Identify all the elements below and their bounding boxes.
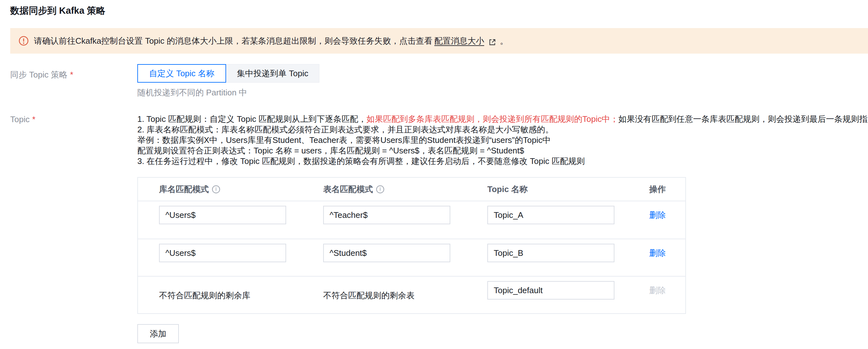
topic-name-input[interactable] (487, 281, 614, 300)
header-action-text: 操作 (649, 184, 666, 195)
page-title: 数据同步到 Kafka 策略 (0, 0, 868, 16)
topic-label-text: Topic (10, 114, 30, 124)
sync-topic-policy-content: 自定义 Topic 名称 集中投递到单 Topic 随机投递到不同的 Parti… (137, 64, 319, 97)
instruction-1-red: 如果匹配到多条库表匹配规则，则会投递到所有匹配规则的Topic中； (367, 114, 619, 124)
delete-link-disabled: 删除 (649, 285, 666, 296)
sync-topic-policy-label-text: 同步 Topic 策略 (10, 70, 67, 79)
external-link-icon[interactable] (488, 38, 497, 46)
header-db-pattern: 库名匹配模式 i (159, 184, 323, 195)
table-pattern-input[interactable] (323, 206, 450, 224)
instruction-line-2: 2. 库表名称匹配模式：库表名称匹配模式必须符合正则表达式要求，并且正则表达式对… (137, 125, 868, 135)
db-pattern-input[interactable] (159, 206, 286, 224)
instruction-1-part1: 1. Topic 匹配规则：自定义 Topic 匹配规则从上到下逐条匹配， (137, 114, 367, 124)
header-action: 操作 (649, 184, 685, 195)
header-topic-name-text: Topic 名称 (487, 184, 528, 195)
instruction-line-3: 举例：数据库实例X中，Users库里有Student、Teacher表，需要将U… (137, 135, 868, 145)
instruction-line-1: 1. Topic 匹配规则：自定义 Topic 匹配规则从上到下逐条匹配，如果匹… (137, 114, 868, 125)
add-button[interactable]: 添加 (137, 324, 179, 343)
info-icon[interactable]: i (376, 185, 384, 193)
delete-link[interactable]: 删除 (649, 210, 666, 221)
required-asterisk: * (32, 114, 35, 124)
sync-topic-policy-row: 同步 Topic 策略* 自定义 Topic 名称 集中投递到单 Topic 随… (10, 64, 868, 97)
instruction-1-part2: 如果没有匹配到任意一条库表匹配规则，则会投递到最后一条规则指定的Topic中。 (618, 114, 868, 124)
instruction-line-4: 配置规则设置符合正则表达式：Topic 名称 = users，库名匹配规则 = … (137, 145, 868, 156)
topic-row: Topic* 1. Topic 匹配规则：自定义 Topic 匹配规则从上到下逐… (10, 114, 868, 343)
header-topic-name: Topic 名称 (487, 184, 649, 195)
header-db-pattern-text: 库名匹配模式 (159, 184, 209, 195)
warning-icon (19, 36, 29, 46)
topic-name-input[interactable] (487, 206, 614, 224)
topic-name-input[interactable] (487, 244, 614, 262)
header-table-pattern: 表名匹配模式 i (323, 184, 487, 195)
header-table-pattern-text: 表名匹配模式 (323, 184, 373, 195)
table-pattern-input[interactable] (323, 244, 450, 262)
tab-custom-topic-name[interactable]: 自定义 Topic 名称 (137, 64, 226, 83)
warning-text: 请确认前往Ckafka控制台设置 Topic 的消息体大小上限，若某条消息超出限… (34, 35, 432, 46)
remaining-table-text: 不符合匹配规则的剩余表 (323, 281, 487, 301)
topic-rule-table: 库名匹配模式 i 表名匹配模式 i Topic 名称 操作 删除 (137, 177, 686, 314)
topic-instructions: 1. Topic 匹配规则：自定义 Topic 匹配规则从上到下逐条匹配，如果匹… (137, 114, 868, 167)
required-asterisk: * (70, 70, 73, 79)
db-pattern-input[interactable] (159, 244, 286, 262)
remaining-db-text: 不符合匹配规则的剩余库 (159, 281, 323, 301)
warning-text-suffix: 。 (500, 35, 508, 46)
partition-helper-text: 随机投递到不同的 Partition 中 (137, 88, 319, 97)
warning-banner: 请确认前往Ckafka控制台设置 Topic 的消息体大小上限，若某条消息超出限… (10, 28, 868, 54)
table-row: 删除 (138, 201, 685, 239)
delete-link[interactable]: 删除 (649, 248, 666, 259)
topic-label: Topic* (10, 114, 137, 343)
message-size-link[interactable]: 配置消息大小 (434, 35, 484, 46)
table-row: 删除 (138, 239, 685, 276)
info-icon[interactable]: i (212, 185, 220, 193)
instruction-line-5: 3. 在任务运行过程中，修改 Topic 匹配规则，数据投递的策略会有所调整，建… (137, 156, 868, 167)
tab-single-topic[interactable]: 集中投递到单 Topic (226, 64, 319, 83)
sync-topic-policy-label: 同步 Topic 策略* (10, 64, 137, 97)
topic-policy-tabs: 自定义 Topic 名称 集中投递到单 Topic (137, 64, 319, 83)
table-row-default: 不符合匹配规则的剩余库 不符合匹配规则的剩余表 删除 (138, 276, 685, 313)
table-header-row: 库名匹配模式 i 表名匹配模式 i Topic 名称 操作 (138, 178, 685, 201)
topic-content: 1. Topic 匹配规则：自定义 Topic 匹配规则从上到下逐条匹配，如果匹… (137, 114, 868, 343)
